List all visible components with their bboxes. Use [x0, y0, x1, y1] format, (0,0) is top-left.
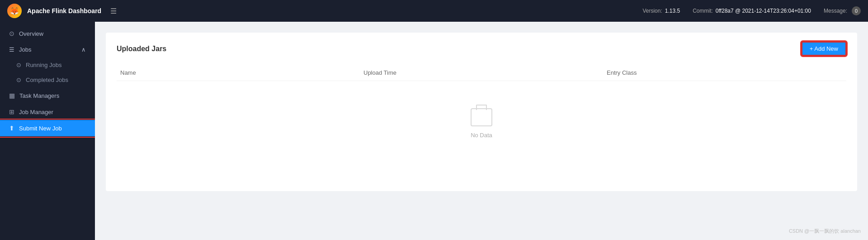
- card-header: Uploaded Jars + Add New: [117, 42, 846, 56]
- message-label: Message:: [824, 8, 847, 14]
- submit-new-job-label: Submit New Job: [19, 125, 62, 132]
- sidebar-item-completed-jobs[interactable]: ⊙ Completed Jobs: [0, 72, 95, 87]
- header-info: Version: 1.13.5 Commit: 0ff28a7 @ 2021-1…: [642, 6, 861, 15]
- watermark: CSDN @一飘一飘的饮 alanchan: [789, 228, 861, 235]
- version-label: Version:: [642, 8, 662, 14]
- sidebar: ⊙ Overview ☰ Jobs ∧ ⊙ Running Jobs ⊙ Com…: [0, 22, 95, 240]
- completed-jobs-label: Completed Jobs: [26, 77, 68, 83]
- message-badge: 0: [852, 6, 861, 15]
- sidebar-item-overview-label: Overview: [19, 30, 43, 37]
- job-manager-label: Job Manager: [19, 109, 53, 115]
- col-name: Name: [117, 69, 360, 76]
- jobs-chevron-icon: ∧: [81, 46, 86, 53]
- col-upload-time: Upload Time: [360, 69, 603, 76]
- page-title: Uploaded Jars: [117, 45, 166, 53]
- sidebar-jobs-header[interactable]: ☰ Jobs ∧: [0, 42, 95, 58]
- main-layout: ⊙ Overview ☰ Jobs ∧ ⊙ Running Jobs ⊙ Com…: [0, 22, 868, 240]
- version-value: 1.13.5: [665, 8, 680, 14]
- app-title: Apache Flink Dashboard: [27, 7, 101, 14]
- sidebar-item-running-jobs[interactable]: ⊙ Running Jobs: [0, 58, 95, 72]
- sidebar-item-job-manager[interactable]: ⊞ Job Manager: [0, 104, 95, 120]
- task-managers-icon: ▦: [9, 92, 15, 99]
- content-card: Uploaded Jars + Add New Name Upload Time…: [106, 33, 857, 191]
- running-jobs-icon: ⊙: [16, 62, 21, 68]
- header-left: 🦊 Apache Flink Dashboard ☰: [7, 4, 120, 18]
- table-header: Name Upload Time Entry Class: [117, 65, 846, 81]
- no-data-label: No Data: [471, 132, 492, 139]
- content-area: Uploaded Jars + Add New Name Upload Time…: [95, 22, 868, 240]
- app-logo: 🦊: [7, 4, 22, 18]
- sidebar-item-task-managers[interactable]: ▦ Task Managers: [0, 87, 95, 104]
- col-entry-class: Entry Class: [603, 69, 846, 76]
- add-new-button[interactable]: + Add New: [802, 42, 846, 56]
- sidebar-item-submit-new-job[interactable]: ⬆ Submit New Job: [0, 120, 95, 136]
- commit-value: 0ff28a7 @ 2021-12-14T23:26:04+01:00: [716, 8, 811, 14]
- sidebar-item-overview[interactable]: ⊙ Overview: [0, 25, 95, 42]
- jobs-icon: ☰: [9, 46, 14, 53]
- running-jobs-label: Running Jobs: [26, 62, 62, 68]
- top-header: 🦊 Apache Flink Dashboard ☰ Version: 1.13…: [0, 0, 868, 22]
- no-data-icon: [471, 108, 492, 126]
- no-data-container: No Data: [117, 81, 846, 166]
- commit-label: Commit:: [693, 8, 713, 14]
- job-manager-icon: ⊞: [9, 108, 14, 115]
- task-managers-label: Task Managers: [19, 92, 59, 99]
- overview-icon: ⊙: [9, 30, 14, 37]
- sidebar-jobs-label: Jobs: [19, 46, 31, 53]
- submit-job-icon: ⬆: [9, 125, 14, 132]
- menu-toggle-icon[interactable]: ☰: [107, 5, 120, 17]
- completed-jobs-icon: ⊙: [16, 77, 21, 83]
- sidebar-group-jobs: ☰ Jobs ∧ ⊙ Running Jobs ⊙ Completed Jobs: [0, 42, 95, 87]
